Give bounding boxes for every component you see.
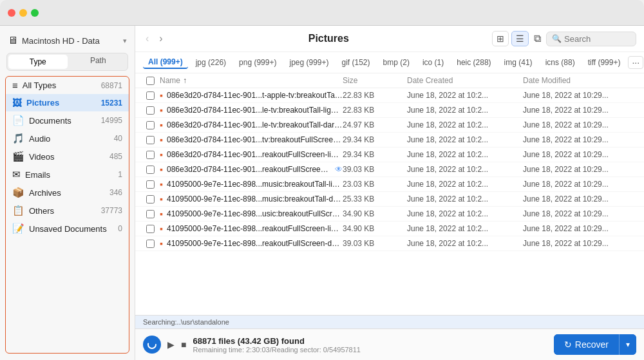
file-checkbox-6[interactable] bbox=[146, 180, 155, 189]
file-name-cell-7: ▪ 41095000-9e7e-11ec-898...music:breakou… bbox=[160, 194, 343, 204]
file-name-cell-9: ▪ 41095000-9e7e-11ec-898...reakoutFullSc… bbox=[160, 223, 343, 234]
drive-label: Macintosh HD - Data bbox=[22, 36, 100, 46]
file-checkbox-10[interactable] bbox=[146, 240, 155, 248]
file-icon-6: ▪ bbox=[160, 179, 163, 189]
file-date-created-7: June 18, 2022 at 10:2... bbox=[407, 194, 523, 204]
file-date-created-6: June 18, 2022 at 10:2... bbox=[407, 180, 523, 189]
eye-icon[interactable]: 👁 bbox=[335, 165, 343, 174]
sidebar-item-documents[interactable]: 📄 Documents 14995 bbox=[6, 111, 129, 129]
back-button[interactable]: ‹ bbox=[143, 32, 151, 46]
recover-button-group: ↻ Recover ▾ bbox=[554, 334, 636, 355]
tab-type[interactable]: Type bbox=[8, 55, 68, 69]
file-icon-0: ▪ bbox=[160, 90, 163, 100]
file-size-2: 24.97 KB bbox=[343, 120, 407, 129]
file-checkbox-5[interactable] bbox=[146, 166, 155, 174]
search-input[interactable] bbox=[564, 34, 630, 44]
remaining-time-label: Remaining time: 2:30:03/Reading sector: … bbox=[193, 346, 547, 354]
table-row[interactable]: ▪ 086e3d20-d784-11ec-901...le-tv:breakou… bbox=[135, 118, 644, 133]
file-size-3: 29.34 KB bbox=[343, 135, 407, 144]
header-check bbox=[140, 76, 160, 85]
filter-tab-8[interactable]: img (41) bbox=[499, 57, 538, 68]
file-size-10: 39.03 KB bbox=[343, 239, 407, 248]
file-name-10: 41095000-9e7e-11ec-898...reakoutFullScre… bbox=[167, 239, 343, 248]
play-button[interactable]: ▶ bbox=[167, 339, 175, 350]
file-checkbox-2[interactable] bbox=[146, 121, 155, 129]
fullscreen-button[interactable] bbox=[31, 9, 39, 17]
drive-selector[interactable]: 🖥 Macintosh HD - Data ▾ bbox=[0, 32, 135, 53]
forward-button[interactable]: › bbox=[156, 32, 165, 46]
file-checkbox-7[interactable] bbox=[146, 195, 155, 204]
table-row[interactable]: ▪ 41095000-9e7e-11ec-898...music:breakou… bbox=[135, 192, 644, 207]
filter-tab-2[interactable]: png (999+) bbox=[234, 57, 281, 68]
file-name-cell-3: ▪ 086e3d20-d784-11ec-901...tv:breakoutFu… bbox=[160, 135, 343, 145]
select-all-checkbox[interactable] bbox=[146, 77, 155, 85]
table-row[interactable]: ▪ 41095000-9e7e-11ec-898...usic:breakout… bbox=[135, 207, 644, 222]
sidebar-label-documents: Documents bbox=[29, 116, 97, 126]
table-header: Name ↑ Size Date Created Date Modified bbox=[135, 73, 644, 88]
sidebar-item-unsaved[interactable]: 📝 Unsaved Documents 0 bbox=[6, 220, 129, 238]
sidebar-count-pictures: 15231 bbox=[101, 99, 122, 108]
filter-more-button[interactable]: ··· bbox=[628, 56, 643, 69]
emails-icon: ✉ bbox=[12, 169, 21, 180]
table-row[interactable]: ▪ 41095000-9e7e-11ec-898...music:breakou… bbox=[135, 177, 644, 192]
filter-tab-10[interactable]: tiff (999+) bbox=[583, 57, 626, 68]
header-name[interactable]: Name ↑ bbox=[160, 76, 343, 85]
sidebar-item-audio[interactable]: 🎵 Audio 40 bbox=[6, 129, 129, 147]
bottom-info: 68871 files (43.42 GB) found Remaining t… bbox=[193, 336, 547, 354]
sidebar-item-videos[interactable]: 🎬 Videos 485 bbox=[6, 147, 129, 166]
file-checkbox-0[interactable] bbox=[146, 91, 155, 100]
table-row[interactable]: ▪ 086e3d20-d784-11ec-901...t-apple-tv:br… bbox=[135, 88, 644, 103]
filter-button[interactable]: ⧉ bbox=[534, 33, 541, 44]
file-checkbox-9[interactable] bbox=[146, 225, 155, 233]
row-checkbox-2 bbox=[140, 121, 160, 129]
filter-tab-6[interactable]: ico (1) bbox=[417, 57, 449, 68]
close-button[interactable] bbox=[8, 9, 15, 17]
svg-point-0 bbox=[148, 341, 156, 348]
filter-tab-0[interactable]: All (999+) bbox=[143, 56, 188, 69]
file-checkbox-3[interactable] bbox=[146, 136, 155, 144]
sidebar-item-archives[interactable]: 📦 Archives 346 bbox=[6, 184, 129, 202]
file-date-modified-10: June 18, 2022 at 10:29... bbox=[523, 239, 639, 248]
recover-button[interactable]: ↻ Recover bbox=[554, 334, 619, 355]
filter-tab-3[interactable]: jpeg (999+) bbox=[284, 57, 334, 68]
tab-path[interactable]: Path bbox=[69, 53, 128, 70]
list-view-button[interactable]: ☰ bbox=[511, 31, 529, 46]
file-checkbox-4[interactable] bbox=[146, 151, 155, 159]
minimize-button[interactable] bbox=[19, 9, 27, 17]
file-size-9: 34.90 KB bbox=[343, 224, 407, 233]
sidebar-item-pictures[interactable]: 🖼 Pictures 15231 bbox=[6, 94, 129, 111]
filter-tab-1[interactable]: jpg (226) bbox=[191, 57, 231, 68]
filter-tab-7[interactable]: heic (288) bbox=[451, 57, 496, 68]
table-row[interactable]: ▪ 41095000-9e7e-11ec-898...reakoutFullSc… bbox=[135, 236, 644, 251]
table-row[interactable]: ▪ 086e3d20-d784-11ec-901...le-tv:breakou… bbox=[135, 103, 644, 118]
sidebar-count-emails: 1 bbox=[118, 170, 122, 179]
filter-tab-9[interactable]: icns (88) bbox=[540, 57, 580, 68]
filter-tab-4[interactable]: gif (152) bbox=[337, 57, 375, 68]
file-checkbox-1[interactable] bbox=[146, 106, 155, 115]
file-date-created-10: June 18, 2022 at 10:2... bbox=[407, 239, 523, 248]
sidebar-label-audio: Audio bbox=[29, 134, 109, 144]
table-row[interactable]: ▪ 086e3d20-d784-11ec-901...reakoutFullSc… bbox=[135, 147, 644, 162]
file-size-5: 39.03 KB bbox=[343, 165, 407, 174]
file-checkbox-8[interactable] bbox=[146, 210, 155, 218]
stop-button[interactable]: ■ bbox=[181, 339, 186, 350]
sidebar-item-all-types[interactable]: ≡ All Types 68871 bbox=[6, 77, 129, 94]
table-row[interactable]: ▪ 086e3d20-d784-11ec-901...reakoutFullSc… bbox=[135, 162, 644, 177]
header-date-modified[interactable]: Date Modified bbox=[523, 76, 639, 85]
file-table: ▪ 086e3d20-d784-11ec-901...t-apple-tv:br… bbox=[135, 88, 644, 315]
filter-tab-5[interactable]: bmp (2) bbox=[378, 57, 415, 68]
grid-view-button[interactable]: ⊞ bbox=[492, 31, 509, 46]
file-size-1: 22.83 KB bbox=[343, 106, 407, 115]
row-checkbox-3 bbox=[140, 136, 160, 144]
header-date-created[interactable]: Date Created bbox=[407, 76, 523, 85]
sidebar-count-all-types: 68871 bbox=[101, 81, 122, 90]
sidebar-item-emails[interactable]: ✉ Emails 1 bbox=[6, 166, 129, 184]
sidebar-item-others[interactable]: 📋 Others 37773 bbox=[6, 202, 129, 220]
table-row[interactable]: ▪ 41095000-9e7e-11ec-898...reakoutFullSc… bbox=[135, 222, 644, 236]
sidebar-count-documents: 14995 bbox=[101, 116, 122, 125]
header-size[interactable]: Size bbox=[343, 76, 407, 85]
recover-dropdown-button[interactable]: ▾ bbox=[620, 334, 636, 355]
file-name-cell-4: ▪ 086e3d20-d784-11ec-901...reakoutFullSc… bbox=[160, 149, 343, 160]
file-name-cell-6: ▪ 41095000-9e7e-11ec-898...music:breakou… bbox=[160, 179, 343, 189]
table-row[interactable]: ▪ 086e3d20-d784-11ec-901...tv:breakoutFu… bbox=[135, 133, 644, 147]
